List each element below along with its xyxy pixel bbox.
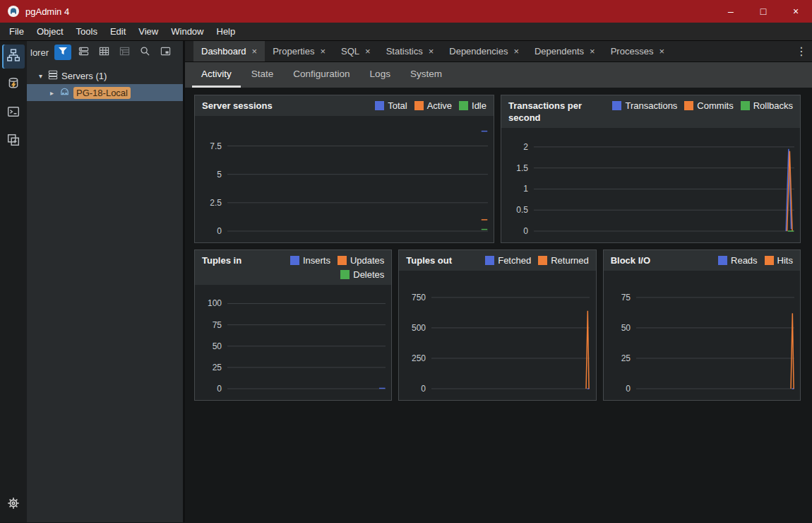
svg-text:1.5: 1.5 <box>516 163 528 173</box>
title-bar: pgAdmin 4 – □ × <box>0 0 812 23</box>
legend-label: Commits <box>697 100 733 112</box>
subtab-state[interactable]: State <box>242 62 283 88</box>
maximize-button[interactable]: □ <box>747 0 780 23</box>
tab-label: SQL <box>341 46 359 57</box>
legend-item: Updates <box>338 254 384 266</box>
preview-button[interactable] <box>157 45 174 60</box>
tab-properties[interactable]: Properties × <box>265 41 333 61</box>
subtab-configuration[interactable]: Configuration <box>284 62 359 88</box>
menu-bar: File Object Tools Edit View Window Help <box>0 23 812 41</box>
svg-text:25: 25 <box>213 363 222 372</box>
query-tool-icon <box>7 77 20 93</box>
legend-swatch <box>338 256 347 265</box>
menu-edit[interactable]: Edit <box>104 26 132 37</box>
svg-text:0.5: 0.5 <box>516 205 528 215</box>
close-icon[interactable]: × <box>252 46 258 57</box>
svg-text:0: 0 <box>217 384 222 394</box>
legend-swatch <box>741 101 750 110</box>
close-icon[interactable]: × <box>590 46 595 57</box>
filter-button[interactable] <box>54 45 71 60</box>
legend: Total Active Idle <box>375 100 486 112</box>
rail-item-schema-diff[interactable] <box>2 129 25 153</box>
close-icon[interactable]: × <box>513 46 519 57</box>
legend-swatch <box>375 101 384 110</box>
tree-grid-button[interactable] <box>116 45 133 60</box>
tab-statistics[interactable]: Statistics × <box>378 41 442 61</box>
menu-file[interactable]: File <box>3 26 30 37</box>
tree-node-label: Servers (1) <box>61 71 107 81</box>
svg-text:50: 50 <box>213 341 222 351</box>
legend-item: Rollbacks <box>741 100 793 112</box>
legend-item: Returned <box>538 254 588 266</box>
panel-title: Server sessions <box>202 100 273 112</box>
rail-item-query-tool[interactable] <box>2 73 25 97</box>
filter-icon <box>58 46 68 59</box>
legend-label: Rollbacks <box>753 100 793 112</box>
legend-swatch <box>340 270 350 279</box>
minimize-button[interactable]: – <box>715 0 747 23</box>
close-button[interactable]: × <box>780 0 812 23</box>
legend-label: Fetched <box>498 254 531 266</box>
subtab-system[interactable]: System <box>401 62 451 88</box>
rail-item-psql-tool[interactable] <box>2 101 25 125</box>
panel-server-sessions: Server sessions Total Active Idle 02.557… <box>194 95 494 243</box>
dashboard-subtab-bar: Activity State Configuration Logs System <box>185 62 812 88</box>
tab-label: Dependents <box>535 46 584 57</box>
chevron-right-icon[interactable]: ▸ <box>48 89 56 97</box>
grid-view-button[interactable] <box>95 45 112 60</box>
svg-text:50: 50 <box>621 323 631 333</box>
legend-swatch <box>684 101 693 110</box>
main-area: Dashboard × Properties × SQL × Statistic… <box>185 41 812 522</box>
rail-item-preferences[interactable] <box>2 493 25 517</box>
search-icon <box>140 46 150 59</box>
svg-text:75: 75 <box>621 293 631 302</box>
menu-window[interactable]: Window <box>165 26 210 37</box>
tab-sql[interactable]: SQL × <box>333 41 378 61</box>
document-tab-bar: Dashboard × Properties × SQL × Statistic… <box>185 41 812 62</box>
tree-node-server-pg18[interactable]: ▸ PG-18-Local <box>27 84 183 101</box>
object-explorer-panel: lorer <box>27 41 185 522</box>
servers-button[interactable] <box>75 45 92 60</box>
svg-text:0: 0 <box>626 384 631 394</box>
legend: Inserts Updates Deletes <box>249 254 384 281</box>
rail-item-object-explorer[interactable] <box>2 45 25 69</box>
tree-node-servers[interactable]: ▾ Servers (1) <box>27 67 183 84</box>
tab-label: Properties <box>273 46 314 57</box>
legend-swatch <box>414 101 424 110</box>
close-icon[interactable]: × <box>659 46 664 57</box>
preview-panel-icon <box>160 46 171 59</box>
panel-transactions-per-second: Transactions per second Transactions Com… <box>501 95 801 243</box>
panel-header: Tuples in Inserts Updates Deletes <box>195 250 391 285</box>
tab-dependencies[interactable]: Dependencies × <box>441 41 527 61</box>
legend-item: Idle <box>459 100 486 112</box>
terminal-icon <box>7 105 20 121</box>
tab-dashboard[interactable]: Dashboard × <box>193 41 265 61</box>
search-button[interactable] <box>136 45 153 60</box>
chevron-down-icon[interactable]: ▾ <box>37 72 44 80</box>
legend-item: Transactions <box>612 100 677 112</box>
menu-help[interactable]: Help <box>210 26 242 37</box>
grid-icon <box>99 46 109 59</box>
tab-dependents[interactable]: Dependents × <box>527 41 603 61</box>
svg-text:750: 750 <box>412 293 426 302</box>
chart-server-sessions: 02.557.5 <box>195 116 494 242</box>
tab-processes[interactable]: Processes × <box>603 41 672 61</box>
subtab-activity[interactable]: Activity <box>192 62 241 88</box>
menu-object[interactable]: Object <box>30 26 70 37</box>
close-icon[interactable]: × <box>429 46 434 57</box>
menu-tools[interactable]: Tools <box>70 26 104 37</box>
tab-label: Statistics <box>386 46 423 57</box>
close-icon[interactable]: × <box>365 46 371 57</box>
tab-overflow-menu[interactable]: ⋮ <box>791 41 812 61</box>
svg-text:75: 75 <box>213 320 222 330</box>
svg-text:0: 0 <box>523 226 528 236</box>
legend-swatch <box>485 256 494 265</box>
close-icon[interactable]: × <box>320 46 326 57</box>
svg-text:0: 0 <box>422 384 426 394</box>
menu-view[interactable]: View <box>132 26 165 37</box>
panel-header: Block I/O Reads Hits <box>604 250 800 271</box>
schema-diff-icon <box>7 134 20 149</box>
panel-header: Tuples out Fetched Returned <box>399 250 595 271</box>
subtab-logs[interactable]: Logs <box>361 62 400 88</box>
panel-header: Transactions per second Transactions Com… <box>501 95 800 128</box>
